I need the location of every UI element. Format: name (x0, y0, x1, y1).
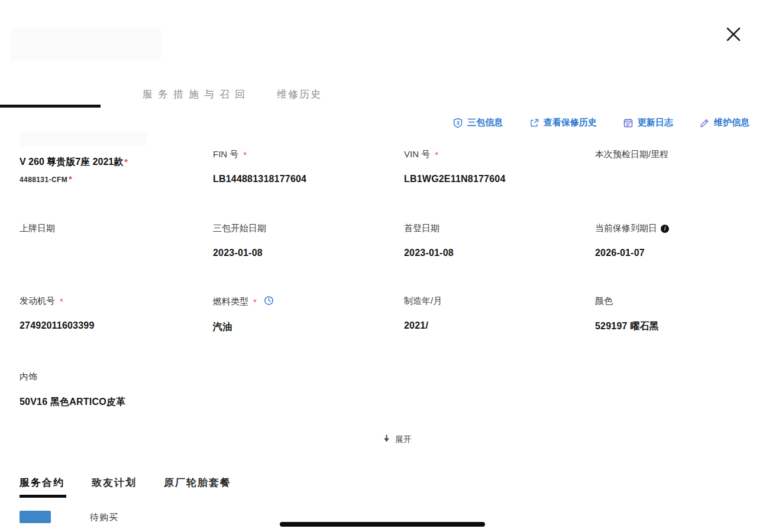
close-button[interactable] (722, 24, 745, 46)
field-value: 529197 曜石黑 (595, 320, 766, 333)
field-value: 2021/ (404, 320, 581, 331)
action-label: 三包信息 (467, 117, 503, 128)
vehicle-model-name: V 260 尊贵版7座 2021款* (20, 156, 203, 168)
required-mark: * (60, 296, 63, 306)
update-log-button[interactable]: 更新日志 (623, 117, 673, 128)
tab-zhiyou-plan[interactable]: 致友计划 (92, 476, 137, 489)
field-interior: 内饰 50V16 黑色ARTICO皮革 (20, 371, 197, 408)
field-label: 当前保修到期日 i (595, 223, 766, 234)
field-label: 制造年/月 (404, 296, 581, 307)
tab-oem-tire-package[interactable]: 原厂轮胎套餐 (164, 476, 231, 489)
legend-swatch-to-purchase (20, 511, 51, 523)
action-label: 维护信息 (714, 117, 749, 128)
field-fuel-type: 燃料类型* 汽油 (213, 296, 390, 333)
field-warranty-start-date: 三包开始日期 2023-01-08 (213, 223, 390, 258)
required-mark: * (69, 174, 72, 184)
tab-bar: 服务措施与召回 维修历史 (0, 85, 766, 109)
external-link-icon (529, 118, 539, 128)
active-tab-underline (20, 495, 66, 498)
vehicle-model-cell: V 260 尊贵版7座 2021款* 4488131-CFM* (20, 131, 203, 184)
field-value: 汽油 (213, 321, 390, 333)
field-first-registration-date: 首登日期 2023-01-08 (404, 223, 581, 258)
field-label: 首登日期 (404, 223, 581, 234)
field-label: 燃料类型* (213, 296, 390, 307)
clock-icon[interactable] (264, 296, 274, 307)
tab-vehicle-info[interactable] (0, 87, 101, 103)
update-log-icon (623, 118, 634, 128)
field-value: 2023-01-08 (404, 248, 581, 258)
field-label: 三包开始日期 (213, 223, 390, 234)
field-value: 2026-01-07 (595, 248, 766, 258)
expand-button[interactable]: 展开 (382, 434, 412, 445)
down-arrow-icon (382, 434, 390, 445)
tab-repair-history[interactable]: 维修历史 (277, 87, 322, 101)
field-label: 内饰 (20, 371, 197, 382)
field-value: 50V16 黑色ARTICO皮革 (20, 396, 197, 408)
tab-label: 致友计划 (92, 477, 137, 488)
field-warranty-expiry-date: 当前保修到期日 i 2026-01-07 (595, 223, 766, 258)
field-value: LB144881318177604 (213, 174, 390, 184)
field-label: 上牌日期 (20, 223, 197, 234)
field-label: 发动机号* (20, 296, 197, 307)
legend-label: 待购买 (90, 512, 118, 523)
required-mark: * (124, 157, 128, 167)
tab-service-contract[interactable]: 服务合约 (20, 476, 64, 489)
field-exterior-color: 颜色 529197 曜石黑 (595, 296, 766, 333)
pencil-icon (699, 118, 710, 128)
field-label: 颜色 (595, 296, 766, 307)
field-registration-date: 上牌日期 (20, 223, 197, 248)
action-label: 查看保修历史 (544, 117, 597, 128)
vehicle-model-code: 4488131-CFM* (20, 174, 203, 184)
home-indicator-bar (280, 522, 485, 527)
shield-3-icon: 3 (453, 118, 463, 128)
field-manufacture-year-month: 制造年/月 2021/ (404, 296, 581, 331)
field-label: FIN 号* (213, 149, 390, 160)
tab-service-measures-recall[interactable]: 服务措施与召回 (143, 87, 250, 101)
field-label: 本次预检日期/里程 (595, 149, 766, 160)
required-mark: * (253, 297, 257, 307)
field-value: 2023-01-08 (213, 248, 390, 258)
info-icon[interactable]: i (661, 225, 669, 233)
maintain-info-button[interactable]: 维护信息 (699, 117, 749, 128)
tab-label: 服务合约 (20, 477, 64, 488)
contracts-tab-bar: 服务合约 致友计划 原厂轮胎套餐 (20, 476, 231, 489)
svg-text:3: 3 (457, 119, 460, 125)
field-value: 27492011603399 (20, 320, 197, 331)
expand-label: 展开 (395, 434, 412, 445)
required-mark: * (243, 150, 247, 160)
action-label: 更新日志 (638, 117, 673, 128)
field-engine-number: 发动机号* 27492011603399 (20, 296, 197, 331)
redacted-model-label (20, 131, 147, 147)
close-icon (723, 24, 744, 46)
field-label: VIN 号* (404, 149, 581, 160)
field-precheck-date-mileage: 本次预检日期/里程 (595, 149, 766, 174)
warranty-3pack-info-button[interactable]: 3 三包信息 (453, 117, 503, 128)
field-fin: FIN 号* LB144881318177604 (213, 149, 390, 184)
active-tab-underline (0, 105, 101, 108)
tab-label: 原厂轮胎套餐 (164, 477, 231, 488)
field-value: LB1WG2E11N8177604 (404, 174, 581, 184)
redacted-title-block (10, 28, 161, 61)
action-link-row: 3 三包信息 查看保修历史 更新日志 (453, 117, 749, 128)
view-warranty-history-button[interactable]: 查看保修历史 (529, 117, 597, 128)
required-mark: * (435, 150, 438, 160)
field-vin: VIN 号* LB1WG2E11N8177604 (404, 149, 581, 184)
